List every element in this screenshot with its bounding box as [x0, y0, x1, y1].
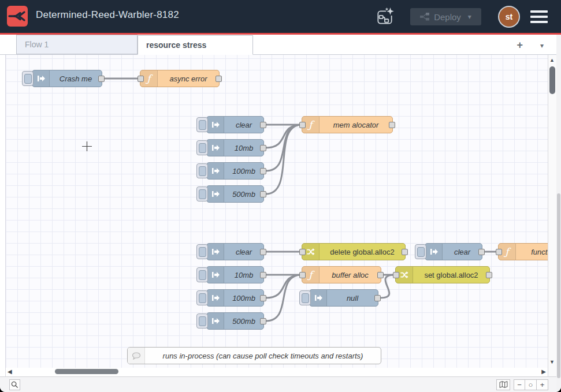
input-port[interactable] — [496, 249, 502, 255]
node-function-buffer-alloc[interactable]: ƒ buffer alloc — [302, 266, 381, 283]
tab-flow-1[interactable]: Flow 1 — [16, 35, 138, 54]
inject-button[interactable] — [196, 140, 208, 155]
output-port[interactable] — [389, 122, 395, 128]
scroll-left-icon[interactable]: ◀ — [8, 368, 12, 375]
add-flow-button[interactable]: + — [517, 39, 523, 51]
inject-button[interactable] — [196, 267, 208, 282]
output-port[interactable] — [377, 272, 384, 278]
inject-button[interactable] — [196, 117, 208, 132]
node-red-window: Determined-Reed-Warbler-8182 Deploy ▾ st — [0, 0, 561, 392]
inject-icon — [207, 117, 224, 133]
node-inject-500mb[interactable]: 500mb — [196, 185, 264, 203]
output-port[interactable] — [260, 249, 266, 255]
menu-bar — [530, 21, 548, 23]
node-inject-clear[interactable]: clear — [415, 243, 482, 260]
input-port[interactable] — [393, 272, 399, 278]
flowfuse-logo-icon[interactable] — [7, 6, 28, 27]
window-scrollbar-thumb[interactable] — [557, 193, 560, 378]
deploy-caret-icon[interactable]: ▾ — [468, 13, 471, 21]
zoom-reset-button[interactable]: ○ — [525, 379, 537, 390]
wire[interactable] — [380, 275, 395, 298]
output-port[interactable] — [260, 191, 266, 197]
comment-icon — [128, 348, 145, 364]
user-avatar[interactable]: st — [498, 6, 520, 28]
inject-icon — [207, 140, 224, 156]
node-inject-null[interactable]: null — [299, 289, 378, 307]
deploy-button[interactable]: Deploy ▾ — [410, 8, 481, 25]
node-change-delete-global-alloc2[interactable]: delete global.alloc2 — [302, 243, 406, 260]
node-inject-500mb[interactable]: 500mb — [196, 312, 264, 330]
inject-icon — [207, 267, 224, 283]
node-function-mem-alocator[interactable]: ƒ mem alocator — [302, 116, 393, 133]
output-port[interactable] — [98, 76, 105, 82]
inject-icon — [32, 70, 50, 87]
node-inject-10mb[interactable]: 10mb — [196, 266, 264, 283]
main-menu-button[interactable] — [530, 10, 548, 23]
output-port[interactable] — [260, 168, 266, 174]
inject-icon — [207, 163, 224, 179]
output-port[interactable] — [374, 295, 381, 301]
node-function[interactable]: ƒ function — [498, 243, 548, 260]
node-function-async-error[interactable]: ƒ async error — [140, 70, 220, 87]
inject-icon — [207, 244, 224, 260]
inject-icon — [310, 290, 327, 306]
node-inject-100mb[interactable]: 100mb — [196, 162, 264, 180]
output-port[interactable] — [260, 145, 266, 151]
node-comment[interactable]: runs in-process (can cause poll check ti… — [127, 347, 381, 364]
zoom-in-button[interactable]: + — [537, 379, 548, 390]
output-port[interactable] — [402, 249, 408, 255]
inject-button[interactable] — [196, 186, 208, 201]
node-inject-100mb[interactable]: 100mb — [196, 289, 264, 307]
deploy-icon — [420, 13, 429, 21]
output-port[interactable] — [260, 122, 266, 128]
crosshair-cursor — [82, 141, 92, 151]
tab-label: resource stress — [146, 40, 206, 50]
horizontal-scrollbar-thumb[interactable] — [55, 369, 118, 374]
input-port[interactable] — [299, 249, 306, 255]
output-port[interactable] — [260, 318, 266, 324]
deploy-label: Deploy — [434, 12, 461, 22]
ai-flow-icon[interactable] — [374, 6, 395, 27]
horizontal-scrollbar[interactable]: ◀ ▶ — [6, 368, 548, 376]
input-port[interactable] — [299, 272, 306, 278]
page-title: Determined-Reed-Warbler-8182 — [36, 9, 179, 21]
output-port[interactable] — [216, 76, 222, 82]
map-icon — [499, 381, 508, 388]
inject-button[interactable] — [196, 290, 208, 305]
inject-button[interactable] — [299, 290, 311, 305]
inject-button[interactable] — [196, 163, 208, 178]
output-port[interactable] — [260, 295, 266, 301]
inject-button[interactable] — [196, 244, 208, 259]
search-button[interactable] — [9, 379, 20, 390]
output-port[interactable] — [486, 272, 492, 278]
input-port[interactable] — [138, 76, 144, 82]
window-scrollbar[interactable] — [556, 35, 561, 392]
output-port[interactable] — [260, 272, 266, 278]
scroll-right-icon[interactable]: ▶ — [541, 368, 546, 375]
avatar-initials: st — [506, 12, 512, 21]
flow-list-caret-icon[interactable]: ▾ — [540, 42, 544, 50]
scroll-down-icon[interactable]: ▼ — [549, 359, 555, 365]
output-port[interactable] — [478, 249, 485, 255]
footer-toolbar: − ○ + — [0, 376, 556, 392]
inject-icon — [207, 186, 224, 202]
tab-resource-stress[interactable]: resource stress — [138, 35, 253, 55]
node-inject-clear[interactable]: clear — [196, 243, 264, 260]
scroll-up-icon[interactable]: ▲ — [549, 57, 555, 63]
node-inject-10mb[interactable]: 10mb — [196, 139, 264, 156]
input-port[interactable] — [299, 122, 306, 128]
zoom-out-button[interactable]: − — [514, 379, 525, 390]
navigator-button[interactable] — [496, 379, 510, 390]
node-inject-crash-me[interactable]: Crash me — [22, 70, 102, 87]
vertical-scrollbar[interactable]: ▲ ▼ — [548, 55, 556, 376]
node-change-set-global-alloc2[interactable]: set global.alloc2 — [395, 266, 490, 283]
flow-canvas[interactable]: Crash me ƒ async error clear — [0, 55, 548, 368]
inject-button[interactable] — [196, 313, 208, 328]
node-inject-clear[interactable]: clear — [196, 116, 264, 133]
inject-button[interactable] — [22, 71, 34, 86]
menu-bar — [530, 10, 548, 13]
wire-layer — [0, 55, 548, 368]
vertical-scrollbar-thumb[interactable] — [549, 66, 555, 94]
header-bar: Determined-Reed-Warbler-8182 Deploy ▾ st — [0, 0, 561, 35]
inject-button[interactable] — [415, 244, 426, 259]
